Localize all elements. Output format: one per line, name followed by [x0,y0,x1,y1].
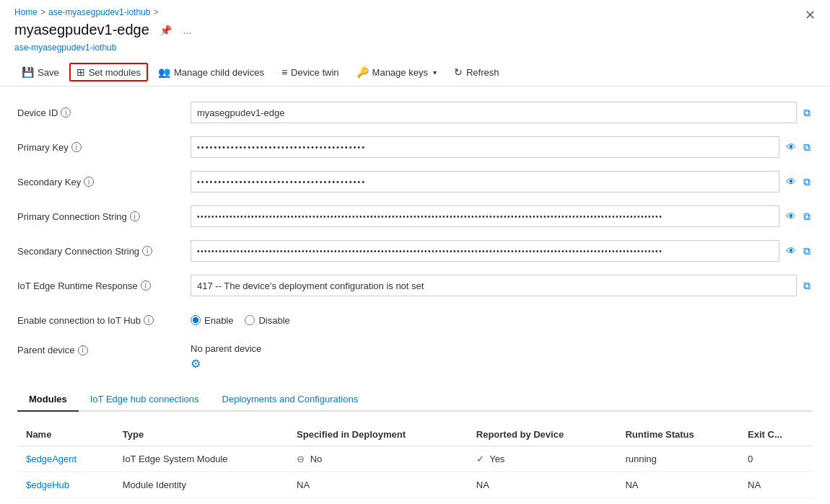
edge-agent-runtime-status: running [616,446,739,472]
table-row: $edgeAgent IoT Edge System Module ⊖ No ✓… [17,446,813,472]
secondary-key-eye-icon[interactable]: 👁 [784,174,798,190]
manage-child-icon: 👥 [158,66,170,78]
primary-key-row: Primary Key i ••••••••••••••••••••••••••… [17,136,813,159]
primary-key-copy-icon[interactable]: ⧉ [801,139,813,156]
edge-hub-type: Module Identity [114,472,288,498]
parent-device-info-icon[interactable]: i [78,345,88,355]
edge-agent-specified: ⊖ No [288,446,468,472]
primary-key-label: Primary Key [17,142,69,153]
secondary-key-input: •••••••••••••••••••••••••••••••••••••••• [191,171,779,193]
subtitle: ase-myasegpudev1-iothub [14,43,805,53]
tabs: Modules IoT Edge hub connections Deploym… [17,388,813,412]
manage-keys-button[interactable]: 🔑 Manage keys [349,63,444,81]
page-title: myasegpudev1-edge [14,22,149,38]
primary-connection-string-label: Primary Connection String [17,211,127,222]
edge-agent-exit-code: 0 [739,446,813,472]
disable-radio[interactable] [245,315,255,325]
parent-device-row: Parent device i No parent device ⚙ [17,343,813,371]
iot-edge-runtime-copy-icon[interactable]: ⧉ [801,278,813,294]
col-exit-code: Exit C... [739,423,813,446]
primary-connection-string-copy-icon[interactable]: ⧉ [801,208,813,225]
parent-device-section: No parent device ⚙ [191,343,261,371]
close-button[interactable]: ✕ [805,7,816,23]
edge-agent-link[interactable]: $edgeAgent [26,454,77,464]
tab-deployments-and-configurations[interactable]: Deployments and Configurations [211,388,370,412]
disable-radio-label[interactable]: Disable [245,315,289,326]
device-id-label: Device ID [17,107,58,118]
tab-modules[interactable]: Modules [17,388,79,412]
no-parent-text: No parent device [191,343,261,354]
breadcrumb-hub[interactable]: ase-myasegpudev1-iothub [48,7,150,17]
enable-radio-label[interactable]: Enable [191,315,233,326]
secondary-key-row: Secondary Key i ••••••••••••••••••••••••… [17,170,813,193]
edge-agent-type: IoT Edge System Module [114,446,288,472]
set-modules-icon: ⊞ [77,66,85,78]
primary-connection-string-input: ••••••••••••••••••••••••••••••••••••••••… [191,205,779,227]
edge-hub-link[interactable]: $edgeHub [26,479,69,490]
device-id-info-icon[interactable]: i [61,107,71,118]
col-reported-by-device: Reported by Device [468,423,617,446]
table-row: $edgeHub Module Identity NA NA NA NA [17,472,813,498]
iot-edge-runtime-row: IoT Edge Runtime Response i ⧉ [17,274,813,297]
tab-iot-edge-hub-connections[interactable]: IoT Edge hub connections [79,388,211,412]
manage-child-button[interactable]: 👥 Manage child devices [151,63,271,81]
edge-hub-specified: NA [288,472,468,498]
save-icon: 💾 [22,66,34,78]
toolbar: 💾 Save ⊞ Set modules 👥 Manage child devi… [14,58,805,86]
col-type: Type [114,423,288,446]
more-options-icon[interactable]: ... [180,23,195,37]
modules-table: Name Type Specified in Deployment Report… [17,423,813,498]
secondary-connection-string-info-icon[interactable]: i [142,246,152,256]
primary-key-info-icon[interactable]: i [71,142,82,152]
primary-connection-string-row: Primary Connection String i ••••••••••••… [17,205,813,228]
enable-connection-label: Enable connection to IoT Hub [17,315,141,326]
secondary-key-copy-icon[interactable]: ⧉ [801,174,813,190]
device-twin-icon: ≡ [281,66,287,78]
refresh-icon: ↻ [454,66,463,78]
breadcrumb-home[interactable]: Home [14,7,38,17]
enable-connection-radio-group: Enable Disable [191,315,290,326]
secondary-key-label: Secondary Key [17,177,81,187]
pin-icon[interactable]: 📌 [157,23,175,37]
col-specified-in-deployment: Specified in Deployment [288,423,468,446]
secondary-connection-string-label: Secondary Connection String [17,246,139,257]
gear-icon[interactable]: ⚙ [191,357,261,371]
edge-hub-runtime-status: NA [616,472,739,498]
device-id-input[interactable] [191,102,797,123]
edge-agent-reported: ✓ Yes [468,446,617,472]
iot-edge-runtime-label: IoT Edge Runtime Response [17,280,138,291]
manage-keys-icon: 🔑 [357,66,369,78]
enable-connection-info-icon[interactable]: i [144,315,154,325]
iot-edge-runtime-input [191,275,797,296]
refresh-button[interactable]: ↻ Refresh [447,63,507,81]
breadcrumb: Home > ase-myasegpudev1-iothub > [14,7,805,17]
primary-connection-string-info-icon[interactable]: i [130,211,140,221]
enable-connection-row: Enable connection to IoT Hub i Enable Di… [17,309,813,332]
edge-hub-reported: NA [468,472,617,498]
parent-device-label: Parent device [17,345,75,355]
primary-key-input: •••••••••••••••••••••••••••••••••••••••• [191,136,779,158]
set-modules-button[interactable]: ⊞ Set modules [69,63,148,81]
save-button[interactable]: 💾 Save [14,63,66,81]
primary-key-eye-icon[interactable]: 👁 [784,139,798,155]
secondary-key-info-icon[interactable]: i [84,177,94,187]
secondary-connection-string-row: Secondary Connection String i ••••••••••… [17,239,813,262]
secondary-connection-string-copy-icon[interactable]: ⧉ [801,243,813,260]
col-name: Name [17,423,114,446]
primary-connection-string-eye-icon[interactable]: 👁 [784,208,798,224]
device-twin-button[interactable]: ≡ Device twin [274,63,346,81]
edge-hub-exit-code: NA [739,472,813,498]
col-runtime-status: Runtime Status [616,423,739,446]
device-id-row: Device ID i ⧉ [17,101,813,124]
device-id-copy-icon[interactable]: ⧉ [801,105,813,121]
enable-radio[interactable] [191,315,201,325]
secondary-connection-string-eye-icon[interactable]: 👁 [784,243,798,259]
secondary-connection-string-input: ••••••••••••••••••••••••••••••••••••••••… [191,240,779,262]
iot-edge-runtime-info-icon[interactable]: i [141,280,151,291]
